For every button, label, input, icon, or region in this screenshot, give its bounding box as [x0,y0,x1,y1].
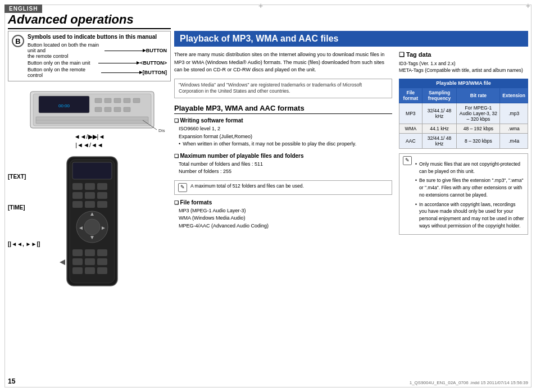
svg-rect-35 [72,249,83,256]
symbol-row-2: Button only on the main unit <BUTTON> [28,60,167,66]
symbol-row-3: Button only on the remote control [BUTTO… [28,67,167,78]
aac-bitrate: 8 – 320 kbps [457,133,500,148]
svg-rect-10 [105,107,111,112]
writing-item-1: ISO9660 level 1, 2 [179,125,392,133]
svg-text:►: ► [101,225,106,231]
wma-bitrate: 48 – 192 kbps [457,124,500,133]
text-label: [TEXT] [8,174,26,180]
aac-ext: .m4a [500,133,528,148]
note-box-right: ✎ Only music files that are not copyrigh… [399,153,528,235]
max-files-title: Maximum number of playable files and fol… [174,153,392,159]
svg-rect-21 [85,183,95,190]
content-row: There are many music distribution sites … [174,51,528,239]
symbol-text-3: Button only on the remote control [28,67,99,78]
file-formats-content: MP3 (MPEG-1 Audio Layer-3) WMA (Windows … [174,207,392,230]
symbols-title: Symbols used to indicate buttons in this… [28,34,167,40]
svg-text:▼: ▼ [89,234,95,240]
svg-rect-40 [97,258,107,265]
svg-rect-41 [72,267,83,274]
mp3-sampling: 32/44.1/ 48 kHz [422,103,457,124]
svg-rect-36 [85,249,95,256]
max-files-content: Total number of folders and files : 511 … [174,161,392,176]
writing-format-content: ISO9660 level 1, 2 Expansion format (Jul… [174,125,392,148]
svg-rect-25 [97,192,107,199]
remote-control-image: ▲ ▼ ◄ ► [58,154,126,289]
svg-rect-23 [72,192,83,199]
note-text: A maximum total of 512 folders and files… [190,183,304,190]
table-row-mp3: MP3 32/44.1/ 48 kHz For MPEG-1 Audio Lay… [399,103,528,124]
col-header-bitrate: Bit rate [457,88,500,103]
svg-rect-20 [72,183,83,190]
remote-labels-left: [TEXT] [TIME] [|◄◄, ►►|] [8,154,58,176]
content-left: There are many music distribution sites … [174,51,392,239]
table-row-aac: AAC 32/44.1/ 48 kHz 8 – 320 kbps .m4a [399,133,528,148]
col-header-format: File format [399,88,423,103]
svg-rect-22 [97,183,107,190]
symbols-box: B Symbols used to indicate buttons in th… [8,31,171,81]
tag-data-section: Tag data ID3-Tags (Ver. 1.x and 2.x) MET… [399,51,528,74]
note-icon-right: ✎ [403,156,412,165]
symbols-content: Symbols used to indicate buttons in this… [28,34,167,79]
col-header-ext: Extension [500,88,528,103]
page-number: 15 [8,377,15,385]
svg-rect-37 [97,249,107,256]
content-right: Tag data ID3-Tags (Ver. 1.x and 2.x) MET… [399,51,528,239]
svg-rect-6 [114,98,121,103]
wma-sampling: 44.1 kHz [422,124,457,133]
note-right-2: Be sure to give files the extension ".mp… [415,177,524,198]
symbol-label-1: BUTTON [146,48,167,53]
note-box-max: ✎ A maximum total of 512 folders and fil… [174,180,392,195]
max-files-item-2: Number of folders : 255 [179,168,392,176]
svg-rect-5 [105,98,111,103]
tag-desc-1: ID3-Tags (Ver. 1.x and 2.x) [399,61,528,67]
svg-rect-38 [72,258,83,265]
svg-marker-44 [60,259,65,265]
symbol-row-1: Button located on both the main unit and… [28,42,167,59]
svg-rect-43 [97,267,107,274]
playable-table: Playable MP3/WMA file File format Sampli… [399,79,528,149]
tag-desc-2: META-Tags (Compatible with title, artist… [399,67,528,74]
max-files-item-1: Total number of folders and files : 511 [179,161,392,168]
writing-format-section: Writing software format ISO9660 level 1,… [174,117,392,148]
svg-rect-9 [95,107,102,112]
note-icon: ✎ [178,183,187,192]
svg-rect-8 [133,98,140,103]
writing-item-2: Expansion format (Juliet,Romeo) [179,133,392,141]
svg-rect-11 [114,107,121,112]
table-row-wma: WMA 44.1 kHz 48 – 192 kbps .wma [399,124,528,133]
symbol-label-3: [BUTTON] [143,70,167,75]
file-formats-title: File formats [174,199,392,206]
svg-text:◄: ◄ [78,225,84,231]
max-files-section: Maximum number of playable files and fol… [174,153,392,176]
file-format-2: WMA (Windows Media Audio) [179,215,392,222]
svg-rect-39 [85,258,95,265]
symbol-text-1: Button located on both the main unit and… [28,42,102,59]
symbol-label-2: <BUTTON> [140,60,167,66]
tag-data-title: Tag data [399,51,528,58]
wma-ext: .wma [500,124,528,133]
page-title: Advanced operations [8,12,171,29]
note-right-1: Only music files that are not copyright-… [415,161,524,175]
svg-rect-42 [85,267,95,274]
time-label: [TIME] [8,204,25,211]
remote-area: [TEXT] [TIME] [|◄◄, ►►|] ▲ ▼ [8,154,171,289]
cd-player-image: 00:00 Disc tray [13,86,165,136]
playable-formats-header: Playable MP3, WMA and AAC formats [174,104,392,114]
symbols-icon: B [12,35,24,47]
symbol-text-2: Button only on the main unit [28,60,96,66]
table-caption: Playable MP3/WMA file [399,79,528,88]
svg-rect-12 [124,107,130,112]
mp3-format: MP3 [399,103,423,124]
nav-label: [|◄◄, ►►|] [8,241,40,247]
svg-text:▲: ▲ [89,211,95,217]
mp3-ext: .mp3 [500,103,528,124]
writing-item-3: When written in other formats, it may no… [179,140,392,148]
file-format-3: MPEG-4/AAC (Advanced Audio Coding) [179,222,392,230]
mp3-bitrate: For MPEG-1 Audio Layer-3, 32 – 320 kbps [457,103,500,124]
note-right-3: In accordance with copyright laws, recor… [415,201,524,230]
playback-header: Playback of MP3, WMA and AAC files [174,31,528,47]
svg-text:Disc tray: Disc tray [158,128,165,133]
player-controls2: |◄◄/◄◄ [8,142,171,148]
col-header-sampling: Sampling frequency [422,88,457,103]
left-column: B Symbols used to indicate buttons in th… [8,31,171,289]
